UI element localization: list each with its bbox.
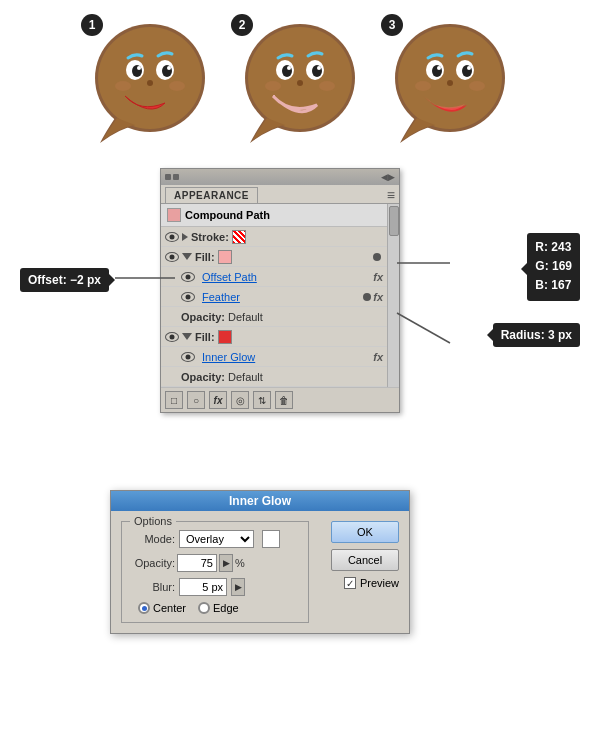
stroke-row[interactable]: Stroke: <box>161 227 387 247</box>
edge-radio[interactable] <box>198 602 210 614</box>
appearance-panel: ◀▶ APPEARANCE ≡ Compound Path Stroke: <box>160 168 400 413</box>
toolbar-circle-btn[interactable]: ○ <box>187 391 205 409</box>
svg-line-35 <box>397 313 450 343</box>
svg-point-17 <box>287 66 291 70</box>
panel-dot <box>165 174 171 180</box>
offset-path-label[interactable]: Offset Path <box>202 271 257 283</box>
stroke-swatch[interactable] <box>232 230 246 244</box>
fill1-row[interactable]: Fill: <box>161 247 387 267</box>
mode-row: Mode: Overlay Normal Multiply Screen <box>130 530 300 548</box>
dialog-left: Options Mode: Overlay Normal Multiply Sc… <box>121 521 309 623</box>
fill2-label: Fill: <box>195 331 215 343</box>
svg-point-8 <box>147 80 153 86</box>
cookie-number-3: 3 <box>381 14 403 36</box>
center-radio-item[interactable]: Center <box>138 602 186 614</box>
dialog-titlebar: Inner Glow <box>111 491 409 511</box>
svg-point-18 <box>317 66 321 70</box>
expand-fill1 <box>182 253 192 260</box>
svg-point-21 <box>319 81 335 91</box>
cookie-1: 1 <box>85 18 215 148</box>
panel-dot <box>173 174 179 180</box>
blur-label: Blur: <box>130 581 175 593</box>
eye-icon-stroke <box>165 232 179 242</box>
svg-point-31 <box>415 81 431 91</box>
svg-point-29 <box>467 66 471 70</box>
opacity2-label: Opacity: <box>181 371 225 383</box>
panel-tabs-row: APPEARANCE ≡ <box>161 185 399 204</box>
blur-stepper[interactable]: ▶ <box>231 578 245 596</box>
cookies-row: 1 <box>0 0 600 158</box>
panel-menu-icon[interactable]: ≡ <box>387 187 395 203</box>
connector-dot-feather <box>363 293 371 301</box>
blur-input[interactable] <box>179 578 227 596</box>
callout-radius: Radius: 3 px <box>493 323 580 347</box>
compound-path-label: Compound Path <box>185 209 270 221</box>
cookie-number-1: 1 <box>81 14 103 36</box>
opacity2-row: Opacity: Default <box>161 367 387 387</box>
inner-glow-dialog: Inner Glow Options Mode: Overlay Normal … <box>110 490 410 634</box>
opacity-input[interactable] <box>177 554 217 572</box>
cookie-3: 3 <box>385 18 515 148</box>
feather-row[interactable]: Feather fx <box>161 287 387 307</box>
preview-checkbox[interactable] <box>344 577 356 589</box>
preview-label: Preview <box>360 577 399 589</box>
panel-scrollbar-thumb[interactable] <box>389 206 399 236</box>
stroke-label: Stroke: <box>191 231 229 243</box>
svg-point-19 <box>297 80 303 86</box>
fill2-row[interactable]: Fill: <box>161 327 387 347</box>
rgb-g: G: 169 <box>535 257 572 276</box>
opacity-unit: % <box>235 557 245 569</box>
edge-label: Edge <box>213 602 239 614</box>
toolbar-arrange-btn[interactable]: ⇅ <box>253 391 271 409</box>
inner-glow-row[interactable]: Inner Glow fx <box>161 347 387 367</box>
mode-select[interactable]: Overlay Normal Multiply Screen <box>179 530 254 548</box>
ok-button[interactable]: OK <box>331 521 399 543</box>
svg-point-12 <box>248 27 352 129</box>
radio-row: Center Edge <box>130 602 300 614</box>
cancel-button[interactable]: Cancel <box>331 549 399 571</box>
appearance-tab[interactable]: APPEARANCE <box>165 187 258 203</box>
cookie-face-1 <box>85 18 215 148</box>
offset-path-row[interactable]: Offset Path fx <box>161 267 387 287</box>
expand-stroke <box>182 233 188 241</box>
svg-point-30 <box>447 80 453 86</box>
eye-icon-fill1 <box>165 252 179 262</box>
fx-feather: fx <box>373 291 383 303</box>
opacity-stepper[interactable]: ▶ <box>219 554 233 572</box>
fill1-swatch[interactable] <box>218 250 232 264</box>
preview-row[interactable]: Preview <box>344 577 399 589</box>
panel-bottom-toolbar: □ ○ fx ◎ ⇅ 🗑 <box>161 387 399 412</box>
fill2-swatch[interactable] <box>218 330 232 344</box>
compound-path-icon <box>167 208 181 222</box>
toolbar-fill-btn[interactable]: ◎ <box>231 391 249 409</box>
callout-rgb: R: 243 G: 169 B: 167 <box>527 233 580 301</box>
expand-fill2 <box>182 333 192 340</box>
dialog-title: Inner Glow <box>229 494 291 508</box>
svg-point-7 <box>167 66 171 70</box>
opacity2-value: Default <box>228 371 263 383</box>
mode-color-swatch[interactable] <box>262 530 280 548</box>
panel-titlebar-dots <box>165 174 179 180</box>
middle-section: Offset: −2 px ◀▶ APPEARANCE ≡ Compound P… <box>20 168 580 438</box>
toolbar-delete-btn[interactable]: 🗑 <box>275 391 293 409</box>
fill1-label: Fill: <box>195 251 215 263</box>
toolbar-fx-btn[interactable]: fx <box>209 391 227 409</box>
rgb-r: R: 243 <box>535 238 572 257</box>
blur-row: Blur: ▶ <box>130 578 300 596</box>
options-legend: Options <box>130 515 176 527</box>
eye-icon-fill2 <box>165 332 179 342</box>
panel-scrollbar[interactable] <box>387 204 399 387</box>
radius-label: Radius: 3 px <box>501 328 572 342</box>
opacity-row: Opacity: ▶ % <box>130 554 300 572</box>
panel-content: Compound Path Stroke: Fill: O <box>161 204 399 387</box>
edge-radio-item[interactable]: Edge <box>198 602 239 614</box>
center-radio[interactable] <box>138 602 150 614</box>
mode-label: Mode: <box>130 533 175 545</box>
inner-glow-label[interactable]: Inner Glow <box>202 351 255 363</box>
toolbar-square-btn[interactable]: □ <box>165 391 183 409</box>
svg-point-1 <box>98 27 202 129</box>
eye-icon-offset <box>181 272 195 282</box>
opacity1-row: Opacity: Default <box>161 307 387 327</box>
cookie-2: 2 <box>235 18 365 148</box>
feather-label[interactable]: Feather <box>202 291 240 303</box>
